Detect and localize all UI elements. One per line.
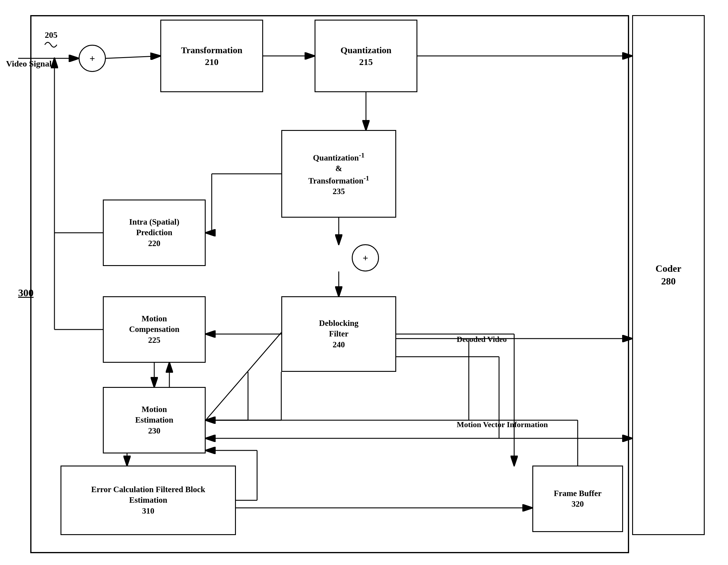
frame-buffer-block: Frame Buffer320 [532, 465, 623, 532]
adder2-symbol: + [363, 253, 368, 264]
motion-compensation-block: MotionCompensation225 [103, 296, 206, 363]
coder-block: Coder280 [632, 15, 705, 535]
diagram-container: Video Signal 205 + Transformation 210 Qu… [0, 0, 728, 565]
video-signal-label: Video Signal [6, 59, 52, 69]
motion-estimation-block: MotionEstimation230 [103, 387, 206, 453]
adder2-circle: + [352, 244, 379, 272]
label-300: 300 [18, 287, 34, 299]
adder1-symbol: + [90, 53, 95, 64]
error-calc-block: Error Calculation Filtered BlockEstimati… [60, 465, 236, 535]
quantization-block: Quantization215 [315, 20, 417, 92]
deblocking-filter-block: DeblockingFilter240 [281, 296, 396, 372]
motion-vector-label: Motion Vector Information [457, 420, 548, 429]
decoded-video-label: Decoded Video [457, 335, 507, 344]
adder1-circle: + [79, 45, 106, 72]
svg-line-5 [106, 56, 160, 58]
signal-205-label: 205 [45, 30, 57, 40]
svg-line-21 [206, 332, 281, 420]
quantization-inv-block: Quantization-1&Transformation-1235 [281, 130, 396, 218]
intra-prediction-block: Intra (Spatial)Prediction220 [103, 200, 206, 266]
transformation-block: Transformation 210 [160, 20, 263, 92]
